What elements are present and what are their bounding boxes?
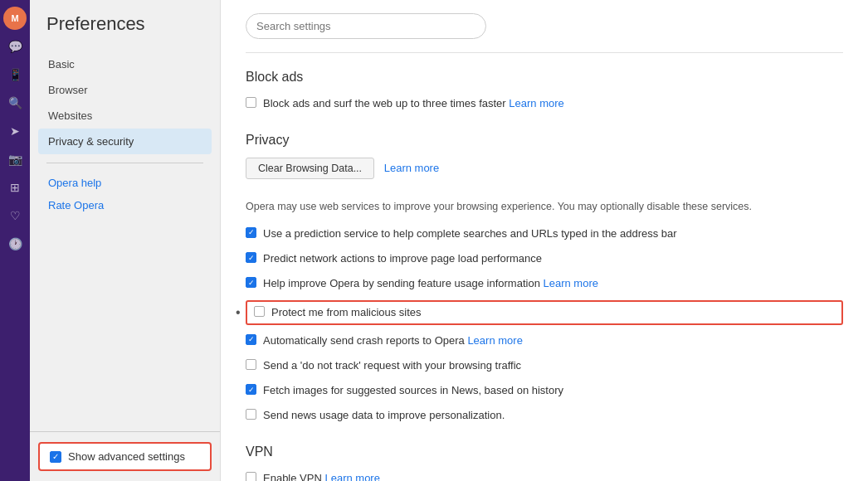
block-ads-section: Block ads Block ads and surf the web up …: [246, 70, 843, 113]
news-usage-label: Send news usage data to improve personal…: [263, 408, 505, 423]
news-usage-checkbox[interactable]: [246, 409, 256, 420]
sidebar: Preferences Basic Browser Websites Priva…: [30, 0, 221, 481]
enable-vpn-checkbox[interactable]: [246, 472, 256, 481]
search-bar: [246, 13, 843, 39]
opera-help-link[interactable]: Opera help: [38, 172, 212, 194]
feature-usage-learn-more-link[interactable]: Learn more: [543, 277, 597, 289]
clock-icon[interactable]: 🕐: [3, 232, 27, 255]
protect-malicious-row: Protect me from malicious sites: [246, 300, 843, 325]
crash-reports-label: Automatically send crash reports to Oper…: [263, 333, 523, 348]
vpn-learn-more-link[interactable]: Learn more: [324, 472, 379, 481]
block-ads-row: Block ads and surf the web up to three t…: [246, 95, 843, 113]
sidebar-nav: Basic Browser Websites Privacy & securit…: [30, 51, 220, 431]
show-advanced-button[interactable]: ✓ Show advanced settings: [38, 442, 212, 471]
do-not-track-label: Send a 'do not track' request with your …: [263, 358, 521, 373]
crash-reports-row: ✓ Automatically send crash reports to Op…: [246, 332, 843, 350]
protect-malicious-checkbox[interactable]: [254, 306, 265, 317]
search-input[interactable]: [246, 13, 486, 39]
sidebar-item-basic[interactable]: Basic: [38, 51, 212, 77]
sidebar-divider: [46, 163, 203, 163]
grid-icon[interactable]: ⊞: [3, 176, 27, 199]
privacy-title: Privacy: [246, 133, 843, 148]
sidebar-item-privacy-security[interactable]: Privacy & security: [38, 129, 212, 154]
do-not-track-checkbox[interactable]: [246, 359, 256, 370]
camera-icon[interactable]: 📷: [3, 148, 27, 171]
show-advanced-label: Show advanced settings: [68, 450, 185, 463]
rate-opera-link[interactable]: Rate Opera: [38, 194, 212, 216]
feature-usage-row: ✓ Help improve Opera by sending feature …: [246, 275, 843, 293]
prediction-service-label: Use a prediction service to help complet…: [263, 226, 677, 241]
block-ads-label: Block ads and surf the web up to three t…: [263, 96, 564, 111]
do-not-track-row: Send a 'do not track' request with your …: [246, 357, 843, 375]
block-ads-learn-more-link[interactable]: Learn more: [509, 97, 563, 109]
fetch-images-checkbox[interactable]: ✓: [246, 384, 256, 395]
crash-reports-learn-more-link[interactable]: Learn more: [467, 334, 522, 347]
predict-network-row: ✓ Predict network actions to improve pag…: [246, 250, 843, 268]
vpn-section: VPN Enable VPN Learn more VPN connects t…: [246, 445, 843, 481]
feature-usage-label: Help improve Opera by sending feature us…: [263, 276, 598, 291]
fetch-images-row: ✓ Fetch images for suggested sources in …: [246, 381, 843, 400]
messenger-icon[interactable]: 💬: [3, 35, 27, 58]
privacy-description: Opera may use web services to improve yo…: [246, 199, 843, 215]
sidebar-title: Preferences: [30, 0, 220, 51]
crash-reports-checkbox[interactable]: ✓: [246, 334, 256, 345]
prediction-service-checkbox[interactable]: ✓: [246, 227, 256, 238]
protect-malicious-label: Protect me from malicious sites: [271, 305, 422, 320]
enable-vpn-row: Enable VPN Learn more: [246, 469, 843, 481]
privacy-section: Privacy Clear Browsing Data... Learn mor…: [246, 133, 843, 425]
sidebar-footer: ✓ Show advanced settings: [30, 431, 220, 481]
prediction-service-row: ✓ Use a prediction service to help compl…: [246, 225, 843, 243]
clear-browsing-data-button[interactable]: Clear Browsing Data...: [246, 158, 374, 179]
send-icon[interactable]: ➤: [3, 119, 27, 143]
block-ads-title: Block ads: [246, 70, 843, 85]
main-content: Block ads Block ads and surf the web up …: [221, 0, 868, 481]
main-divider: [246, 52, 843, 53]
sidebar-item-websites[interactable]: Websites: [38, 103, 212, 129]
predict-network-checkbox[interactable]: ✓: [246, 252, 256, 263]
block-ads-checkbox[interactable]: [246, 97, 256, 108]
news-usage-row: Send news usage data to improve personal…: [246, 406, 843, 425]
heart-icon[interactable]: ♡: [3, 204, 27, 227]
search-icon[interactable]: 🔍: [3, 91, 27, 114]
predict-network-label: Predict network actions to improve page …: [263, 251, 542, 266]
icon-bar: M 💬 📱 🔍 ➤ 📷 ⊞ ♡ 🕐: [0, 0, 30, 481]
vpn-title: VPN: [246, 445, 843, 459]
show-advanced-checkbox[interactable]: ✓: [50, 451, 61, 463]
enable-vpn-label: Enable VPN Learn more: [263, 471, 380, 481]
feature-usage-checkbox[interactable]: ✓: [246, 277, 256, 288]
sidebar-item-browser[interactable]: Browser: [38, 77, 212, 103]
avatar-icon[interactable]: M: [3, 7, 27, 30]
fetch-images-label: Fetch images for suggested sources in Ne…: [263, 383, 563, 398]
whatsapp-icon[interactable]: 📱: [3, 63, 27, 86]
privacy-learn-more-link[interactable]: Learn more: [384, 162, 439, 174]
